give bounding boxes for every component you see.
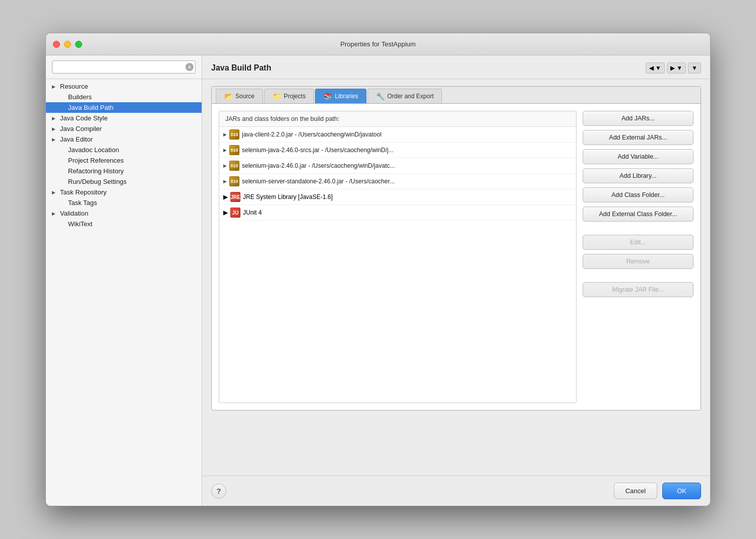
sidebar-item-task-tags-label: Task Tags <box>68 199 97 207</box>
sidebar-item-java-editor[interactable]: ▶ Java Editor <box>46 134 202 145</box>
bottom-buttons: Cancel OK <box>614 483 701 499</box>
tab-order-export-label: Order and Export <box>387 93 433 100</box>
jar-tree-panel: JARs and class folders on the build path… <box>219 111 577 403</box>
tree-arrow-java-compiler: ▶ <box>52 126 58 131</box>
jar-entry-3[interactable]: ▶ 010 selenium-java-2.46.0.jar - /Users/… <box>219 158 576 174</box>
sidebar-item-builders-label: Builders <box>68 93 92 101</box>
tab-source[interactable]: 📂 Source <box>216 89 263 103</box>
tree-arrow-validation: ▶ <box>52 211 58 216</box>
sidebar-item-java-compiler-label: Java Compiler <box>60 125 102 132</box>
sidebar-item-project-references-label: Project References <box>68 157 124 164</box>
add-library-button[interactable]: Add Library... <box>583 168 694 183</box>
window-controls <box>53 41 82 48</box>
libraries-tab-icon: 📚 <box>324 92 332 100</box>
sidebar-item-java-build-path-label: Java Build Path <box>68 104 113 111</box>
jre-arrow: ▶ <box>223 193 228 200</box>
tab-libraries[interactable]: 📚 Libraries <box>315 89 366 103</box>
junit-arrow: ▶ <box>223 209 228 216</box>
add-class-folder-button[interactable]: Add Class Folder... <box>583 187 694 203</box>
minimize-button[interactable] <box>64 41 71 48</box>
migrate-jar-button[interactable]: Migrate JAR File... <box>583 282 694 297</box>
jar-entry-2[interactable]: ▶ 010 selenium-java-2.46.0-srcs.jar - /U… <box>219 143 576 158</box>
add-jars-button[interactable]: Add JARs... <box>583 111 694 126</box>
tree-arrow-resource: ▶ <box>52 84 58 89</box>
jar-arrow-4: ▶ <box>223 179 227 184</box>
tab-content: JARs and class folders on the build path… <box>212 104 701 410</box>
jar-text-3: selenium-java-2.46.0.jar - /Users/caoche… <box>242 162 395 169</box>
order-export-tab-icon: 🔧 <box>376 92 385 100</box>
help-button[interactable]: ? <box>211 484 226 499</box>
sidebar-item-java-code-style[interactable]: ▶ Java Code Style <box>46 113 202 123</box>
btn-spacer-2 <box>583 273 694 278</box>
sidebar-item-java-code-style-label: Java Code Style <box>60 114 108 122</box>
jar-icon-4: 010 <box>229 176 239 186</box>
main-body: 📂 Source 📁 Projects 📚 Libraries 🔧 <box>202 79 710 476</box>
add-external-jars-button[interactable]: Add External JARs... <box>583 130 694 145</box>
nav-back-button[interactable]: ◀ ▼ <box>646 62 665 74</box>
tab-source-label: Source <box>235 93 255 100</box>
sidebar: × ▶ Resource Builders Java Build Path ▶ <box>46 55 202 506</box>
search-input[interactable] <box>52 60 196 74</box>
add-external-class-folder-button[interactable]: Add External Class Folder... <box>583 207 694 222</box>
jar-icon-3: 010 <box>229 161 239 171</box>
jar-icon-2: 010 <box>229 145 239 155</box>
remove-button[interactable]: Remove <box>583 254 694 269</box>
sidebar-item-task-repository-label: Task Repository <box>60 188 106 196</box>
buttons-panel: Add JARs... Add External JARs... Add Var… <box>583 111 694 403</box>
jar-description: JARs and class folders on the build path… <box>219 111 576 127</box>
main-title: Java Build Path <box>211 63 271 73</box>
ok-button[interactable]: OK <box>662 483 701 499</box>
tabs-row: 📂 Source 📁 Projects 📚 Libraries 🔧 <box>212 87 701 104</box>
sidebar-item-refactoring-history[interactable]: Refactoring History <box>46 166 202 176</box>
sidebar-item-run-debug[interactable]: Run/Debug Settings <box>46 176 202 187</box>
jar-entry-1[interactable]: ▶ 010 java-client-2.2.0.jar - /Users/cao… <box>219 127 576 143</box>
nav-menu-button[interactable]: ▼ <box>688 62 701 74</box>
jre-text: JRE System Library [JavaSE-1.6] <box>243 193 333 200</box>
source-tab-icon: 📂 <box>224 92 233 100</box>
sidebar-item-run-debug-label: Run/Debug Settings <box>68 178 127 185</box>
tab-projects[interactable]: 📁 Projects <box>264 89 314 103</box>
titlebar: Properties for TestAppium <box>46 33 710 55</box>
sidebar-item-wikitext-label: WikiText <box>68 220 92 228</box>
nav-forward-button[interactable]: ▶ ▼ <box>667 62 686 74</box>
jar-arrow-3: ▶ <box>223 163 227 168</box>
sidebar-item-java-editor-label: Java Editor <box>60 136 93 143</box>
tree-arrow-java-code-style: ▶ <box>52 116 58 121</box>
jar-text-2: selenium-java-2.46.0-srcs.jar - /Users/c… <box>242 147 394 154</box>
jre-entry[interactable]: ▶ JRE JRE System Library [JavaSE-1.6] <box>219 189 576 205</box>
jar-icon-1: 010 <box>229 129 239 140</box>
cancel-button[interactable]: Cancel <box>614 483 657 499</box>
edit-button[interactable]: Edit... <box>583 235 694 250</box>
btn-spacer-1 <box>583 226 694 231</box>
sidebar-item-javadoc-location[interactable]: Javadoc Location <box>46 145 202 155</box>
content-split: JARs and class folders on the build path… <box>219 111 694 403</box>
sidebar-item-task-tags[interactable]: Task Tags <box>46 197 202 208</box>
sidebar-item-builders[interactable]: Builders <box>46 92 202 102</box>
jar-entry-4[interactable]: ▶ 010 selenium-server-standalone-2.46.0.… <box>219 174 576 189</box>
sidebar-item-java-compiler[interactable]: ▶ Java Compiler <box>46 123 202 134</box>
sidebar-item-javadoc-label: Javadoc Location <box>68 146 119 154</box>
sidebar-item-resource-label: Resource <box>60 83 88 90</box>
sidebar-item-project-references[interactable]: Project References <box>46 155 202 166</box>
sidebar-search-area: × <box>46 55 202 79</box>
tab-projects-label: Projects <box>284 93 305 100</box>
sidebar-item-java-build-path[interactable]: Java Build Path <box>46 102 202 113</box>
close-button[interactable] <box>53 41 60 48</box>
search-wrapper: × <box>52 60 196 74</box>
sidebar-item-task-repository[interactable]: ▶ Task Repository <box>46 187 202 197</box>
jar-text-4: selenium-server-standalone-2.46.0.jar - … <box>242 178 395 185</box>
maximize-button[interactable] <box>75 41 82 48</box>
projects-tab-icon: 📁 <box>273 92 281 100</box>
search-clear-button[interactable]: × <box>185 63 194 71</box>
tab-order-export[interactable]: 🔧 Order and Export <box>367 89 442 103</box>
add-variable-button[interactable]: Add Variable... <box>583 149 694 164</box>
sidebar-item-resource[interactable]: ▶ Resource <box>46 81 202 92</box>
junit-entry[interactable]: ▶ JU JUnit 4 <box>219 205 576 221</box>
content-area: × ▶ Resource Builders Java Build Path ▶ <box>46 55 710 506</box>
window-title: Properties for TestAppium <box>340 40 415 48</box>
build-path-container: 📂 Source 📁 Projects 📚 Libraries 🔧 <box>211 86 701 411</box>
sidebar-item-wikitext[interactable]: WikiText <box>46 219 202 229</box>
tree-arrow-task-repo: ▶ <box>52 190 58 195</box>
tab-libraries-label: Libraries <box>335 93 358 100</box>
sidebar-item-validation[interactable]: ▶ Validation <box>46 208 202 219</box>
